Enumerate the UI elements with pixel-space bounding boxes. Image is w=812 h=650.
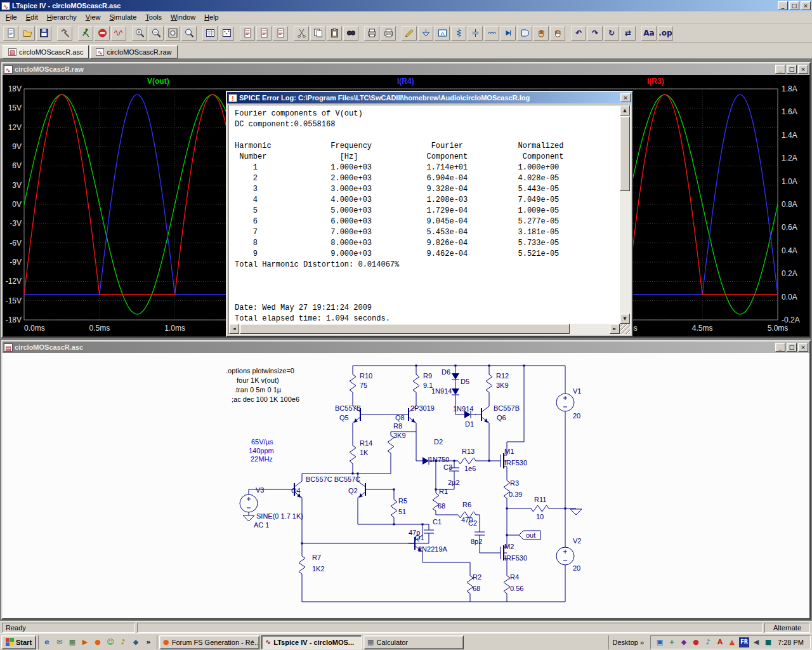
tray-network-icon[interactable]: ▣: [655, 637, 665, 647]
svg-text:0.56: 0.56: [510, 585, 523, 592]
menu-window[interactable]: Window: [166, 12, 200, 22]
text-button[interactable]: Aa: [641, 26, 657, 41]
redo-button[interactable]: ↷: [587, 26, 603, 41]
waveform-close-button[interactable]: ×: [798, 65, 808, 74]
scroll-left-button[interactable]: ◄: [229, 324, 239, 334]
capacitor-button[interactable]: [468, 26, 483, 41]
net-label-button[interactable]: A: [435, 26, 450, 41]
ground-button[interactable]: [418, 26, 433, 41]
menu-edit[interactable]: Edit: [22, 12, 43, 22]
tab-circloMOScascR.raw[interactable]: ∿circloMOScascR.raw: [90, 45, 177, 58]
svg-text:1N914: 1N914: [431, 387, 452, 395]
zoom-area-button[interactable]: [132, 26, 147, 41]
mark-data-points-button[interactable]: [219, 26, 234, 41]
print-button[interactable]: [364, 26, 379, 41]
ql-internet-explorer-icon[interactable]: e: [41, 637, 53, 648]
tray-adobe-icon[interactable]: ▲: [727, 637, 737, 647]
new-schematic-button[interactable]: [3, 26, 18, 41]
horizontal-scrollbar[interactable]: ◄ ►: [229, 324, 620, 334]
svg-text:Q8: Q8: [395, 414, 405, 421]
app-restore-button[interactable]: □: [789, 1, 799, 10]
start-button[interactable]: Start: [1, 635, 36, 649]
mirror-button[interactable]: ⇄: [620, 26, 636, 41]
menu-tools[interactable]: Tools: [141, 12, 166, 22]
task-firefox[interactable]: ●Forum FS Generation - Ré...: [159, 635, 259, 649]
tray-alert-icon[interactable]: ●: [691, 637, 701, 647]
copy-button[interactable]: [310, 26, 325, 41]
move-button[interactable]: [534, 26, 549, 41]
zoom-full-extents-button[interactable]: [165, 26, 180, 41]
task-calculator[interactable]: ▦Calculator: [363, 635, 464, 649]
menu-view[interactable]: View: [81, 12, 105, 22]
app-minimize-button[interactable]: _: [778, 1, 788, 10]
tray-language-fr-icon[interactable]: FR: [739, 637, 749, 647]
vertical-scroll-thumb[interactable]: [620, 116, 630, 191]
paste-button[interactable]: [327, 26, 342, 41]
save-button[interactable]: [36, 26, 51, 41]
scroll-up-button[interactable]: ▲: [620, 105, 630, 116]
resize-grip[interactable]: [620, 324, 630, 334]
ql-media-player-icon[interactable]: ▶: [79, 637, 91, 648]
svg-text:51: 51: [398, 508, 406, 515]
halt-button[interactable]: [95, 26, 110, 41]
drag-button[interactable]: [550, 26, 565, 41]
scroll-right-button[interactable]: ►: [610, 324, 620, 334]
tab-circloMOScascR.asc[interactable]: ▤circloMOScascR.asc: [3, 45, 89, 58]
ql-show-desktop-icon[interactable]: ▦: [67, 637, 78, 648]
ql-outlook-icon[interactable]: ✉: [54, 637, 65, 648]
menu-help[interactable]: Help: [200, 12, 223, 22]
open-button[interactable]: [20, 26, 35, 41]
schematic-maximize-button[interactable]: □: [787, 343, 797, 352]
grid-button[interactable]: [202, 26, 218, 41]
desktop-toolbar[interactable]: Desktop »: [608, 635, 648, 649]
tray-avg-icon[interactable]: A: [715, 637, 725, 647]
tray-audio-icon[interactable]: ♪: [703, 637, 713, 647]
view-netlist-button[interactable]: [240, 26, 255, 41]
tray-antivirus-icon[interactable]: +: [667, 637, 677, 647]
spice-directive-button[interactable]: .op: [658, 26, 673, 41]
tray-gpu-icon[interactable]: ◆: [679, 637, 689, 647]
menu-hierarchy[interactable]: Hierarchy: [43, 12, 81, 22]
horizontal-scroll-thumb[interactable]: [240, 324, 570, 334]
scroll-down-button[interactable]: ▼: [620, 314, 630, 324]
resistor-button[interactable]: [451, 26, 466, 41]
schematic-canvas[interactable]: out.options plotwinsize=0four 1K v(out).…: [3, 353, 809, 618]
rotate-button[interactable]: ↻: [604, 26, 619, 41]
draw-wire-button[interactable]: [402, 26, 417, 41]
menubar: FileEditHierarchyViewSimulateToolsWindow…: [0, 11, 812, 23]
cut-button[interactable]: [294, 26, 309, 41]
inductor-button[interactable]: [484, 26, 499, 41]
tray-display-icon[interactable]: ■: [763, 637, 773, 647]
run-button[interactable]: [78, 26, 93, 41]
waveform-button[interactable]: [111, 26, 126, 41]
schematic-canvas-area[interactable]: out.options plotwinsize=0four 1K v(out).…: [3, 353, 809, 618]
zoom-back-button[interactable]: [148, 26, 164, 41]
error-log-close-button[interactable]: ×: [620, 93, 631, 102]
find-button[interactable]: [343, 26, 358, 41]
schematic-minimize-button[interactable]: _: [775, 343, 785, 352]
diode-button[interactable]: [501, 26, 516, 41]
app-close-button[interactable]: ×: [801, 1, 811, 10]
ql-messenger-icon[interactable]: ☺: [105, 637, 116, 648]
ql-photoshop-icon[interactable]: ◆: [130, 637, 141, 648]
control-panel-button[interactable]: [57, 26, 72, 41]
menu-simulate[interactable]: Simulate: [105, 12, 141, 22]
waveform-minimize-button[interactable]: _: [775, 65, 785, 74]
ql-winamp-icon[interactable]: ♪: [117, 637, 129, 648]
view-error-log-button[interactable]: [256, 26, 272, 41]
ql-firefox-icon[interactable]: ●: [92, 637, 103, 648]
menu-file[interactable]: File: [1, 12, 22, 22]
print-preview-button[interactable]: [381, 26, 396, 41]
tray-volume-icon[interactable]: ◀: [751, 637, 761, 647]
undo-button[interactable]: ↶: [571, 26, 586, 41]
chevron-icon[interactable]: »: [640, 639, 644, 646]
waveform-maximize-button[interactable]: □: [787, 65, 797, 74]
expand-netlist-button[interactable]: [273, 26, 288, 41]
pan-button[interactable]: [181, 26, 197, 41]
ql-more-icon[interactable]: »: [143, 637, 154, 648]
vertical-scrollbar[interactable]: ▲ ▼: [620, 105, 630, 324]
task-ltspice[interactable]: ∿LTspice IV - circloMOS...: [261, 635, 362, 649]
schematic-close-button[interactable]: ×: [798, 343, 808, 352]
svg-text:Q4: Q4: [291, 487, 301, 494]
component-button[interactable]: [517, 26, 532, 41]
